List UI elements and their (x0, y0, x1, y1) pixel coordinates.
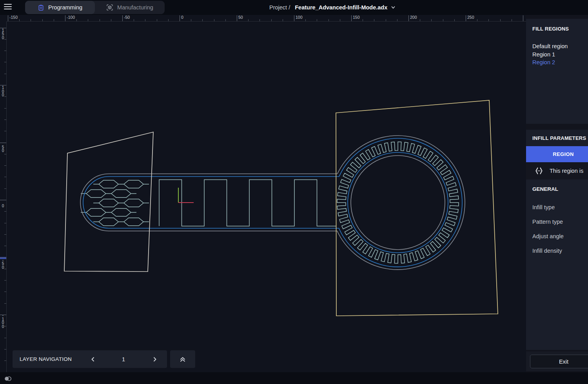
ruler-tick (523, 15, 523, 21)
ruler-label: -150 (9, 15, 18, 20)
ruler-tick (454, 19, 455, 21)
ruler-tick (317, 19, 317, 21)
ruler-tick (271, 19, 272, 21)
ruler-tick (500, 19, 501, 21)
ruler-tick (180, 15, 180, 21)
general-list: Infill typePattern typeAdjust angleInfil… (532, 200, 588, 258)
ruler-tick (283, 19, 283, 21)
ruler-tick (4, 326, 6, 326)
chevron-right-icon (152, 356, 158, 362)
fill-region-item[interactable]: Default region (532, 42, 588, 51)
ruler-tick (305, 19, 306, 21)
ruler-tick (443, 19, 443, 21)
part-outer-wall (80, 136, 465, 270)
ruler-tick (4, 269, 6, 269)
region2-outline[interactable] (336, 100, 498, 316)
layer-marker (0, 257, 7, 258)
infill-parameters-panel: INFILL PARAMETERS REGION This region is … (526, 130, 588, 350)
fill-region-item[interactable]: Region 1 (532, 51, 588, 59)
ruler-label: 0 (181, 15, 183, 20)
chevron-left-icon (90, 356, 96, 362)
ruler-corner (0, 15, 7, 22)
exit-button[interactable]: Exit (530, 355, 588, 368)
ruler-tick (31, 19, 31, 21)
region-select-icon (534, 167, 544, 175)
ruler-tick (19, 19, 20, 21)
general-header: GENERAL (532, 186, 558, 192)
double-chevron-up-icon (179, 356, 186, 363)
ruler-tick (122, 15, 123, 21)
ruler-tick (4, 360, 6, 361)
ruler-horizontal: -150-100-50050100150200250 (7, 15, 526, 22)
chevron-down-icon[interactable] (390, 5, 396, 10)
tab-label: Programming (48, 4, 82, 11)
infill-hex-pattern (81, 180, 149, 226)
ruler-tick (374, 19, 374, 21)
ruler-tick (4, 96, 6, 97)
ruler-tick (111, 19, 111, 21)
ruler-tick (134, 19, 134, 21)
ruler-tick (100, 19, 100, 21)
layer-next-button[interactable] (147, 351, 163, 367)
ruler-tick (4, 188, 6, 189)
ruler-label: 200 (410, 15, 417, 20)
menu-icon[interactable] (4, 4, 12, 10)
fill-region-item[interactable]: Region 2 (532, 58, 588, 67)
general-parameter-label: Adjust angle (532, 229, 588, 244)
ruler-tick (4, 108, 6, 109)
ruler-tick (202, 19, 203, 21)
ruler-label: 150 (353, 15, 360, 20)
infill-boundary-outer (83, 138, 462, 267)
region-button[interactable]: REGION (526, 146, 588, 162)
ruler-tick (248, 19, 249, 21)
overlap-circles-icon[interactable] (4, 376, 12, 381)
top-bar: Programming Manufacturing Project / Feat… (0, 0, 588, 15)
ruler-vertical: 150100500-50-100 (0, 22, 7, 373)
ruler-tick (4, 280, 6, 281)
ruler-tick (65, 15, 65, 21)
layer-top-button[interactable] (170, 350, 195, 368)
ruler-tick (0, 143, 6, 143)
ruler-tick (4, 292, 6, 292)
cad-drawing (7, 22, 526, 373)
part-inner-wall (351, 156, 445, 250)
ruler-label: -50 (0, 258, 5, 269)
right-sidebar: FILL REGIONS Default regionRegion 1Regio… (526, 15, 588, 373)
tab-manufacturing[interactable]: Manufacturing (95, 1, 165, 14)
ruler-tick (4, 223, 6, 223)
ruler-tick (4, 39, 6, 40)
ruler-tick (397, 19, 397, 21)
tab-programming[interactable]: Programming (25, 1, 95, 14)
ruler-tick (0, 200, 6, 200)
ruler-tick (466, 15, 466, 21)
breadcrumb[interactable]: Project / Feature_Advanced-Infill-Mode.a… (269, 0, 396, 15)
layer-prev-button[interactable] (85, 351, 101, 367)
ruler-tick (477, 19, 477, 21)
cube-scan-icon (106, 4, 113, 11)
viewport-canvas[interactable] (7, 22, 526, 373)
layer-navigation-label: LAYER NAVIGATION (20, 350, 72, 368)
ruler-tick (4, 74, 6, 74)
ruler-tick (260, 19, 260, 21)
ruler-label: 250 (467, 15, 474, 20)
ruler-tick (4, 131, 6, 131)
ruler-tick (294, 15, 294, 21)
ruler-tick (351, 15, 352, 21)
ruler-tick (328, 19, 329, 21)
ruler-tick (4, 246, 6, 246)
region1-outline[interactable] (64, 132, 153, 272)
ruler-tick (4, 165, 6, 166)
layer-navigation-bar: LAYER NAVIGATION 1 (13, 350, 167, 368)
ruler-label: 50 (238, 15, 243, 20)
ruler-tick (4, 211, 6, 212)
ruler-tick (340, 19, 340, 21)
general-parameter-label: Infill type (532, 200, 588, 215)
ruler-tick (363, 19, 363, 21)
ruler-tick (54, 19, 54, 21)
ruler-tick (8, 15, 8, 21)
ruler-tick (225, 19, 226, 21)
infill-parameters-header: INFILL PARAMETERS (532, 135, 586, 141)
fill-regions-list: Default regionRegion 1Region 2 (532, 42, 588, 67)
clipboard-icon (38, 4, 44, 11)
ruler-tick (157, 19, 157, 21)
